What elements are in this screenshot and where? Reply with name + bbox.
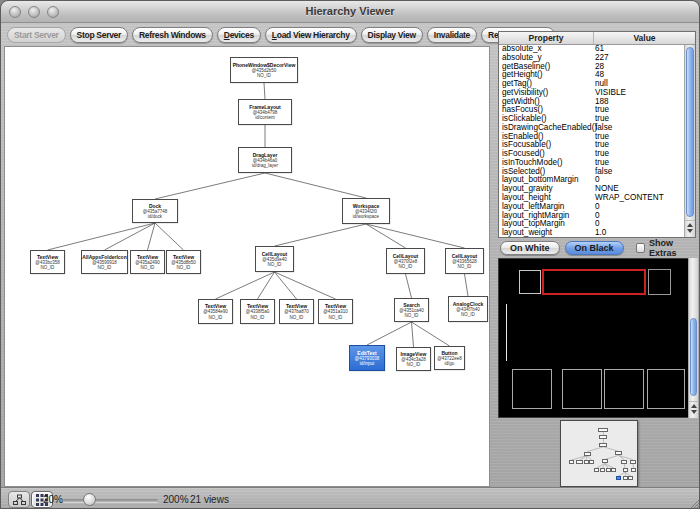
toolbar-button-display-view[interactable]: Display View: [361, 27, 423, 43]
view-outline[interactable]: [647, 369, 685, 409]
scrollbar-thumb[interactable]: [690, 318, 697, 396]
view-outline[interactable]: [648, 269, 671, 295]
node-view-id: id/go: [445, 361, 455, 367]
minimap-node: [623, 476, 628, 480]
property-column-header[interactable]: Property: [499, 32, 594, 44]
property-value: WRAP_CONTENT: [594, 194, 684, 203]
view-count-label: 21 views: [190, 494, 229, 505]
scroll-down-icon[interactable]: [687, 229, 693, 233]
toolbar-button-stop-server[interactable]: Stop Server: [70, 27, 128, 43]
minimap-node: [628, 476, 633, 480]
tree-node-dock[interactable]: Dock@435a7748id/dock: [132, 199, 178, 223]
property-value: false: [594, 168, 684, 177]
scroll-up-icon[interactable]: [687, 223, 693, 227]
value-column-header[interactable]: Value: [594, 32, 695, 44]
node-view-id: NO_ID: [268, 262, 282, 268]
minimap-node: [594, 468, 599, 472]
tree-node-edittext[interactable]: EditText@43793038id/input: [349, 345, 385, 371]
node-view-id: NO_ID: [257, 73, 271, 79]
tree-node-celllayout1[interactable]: CellLayout@435d9e40NO_ID: [255, 246, 294, 272]
minimap-node: [621, 460, 627, 464]
view-outline[interactable]: [604, 369, 644, 409]
tree-node-textview4[interactable]: TextView@43584e90NO_ID: [198, 299, 233, 324]
node-view-id: id/input: [360, 361, 375, 367]
scroll-down-icon[interactable]: [691, 410, 697, 414]
minimap-node: [615, 451, 622, 455]
view-edge-line[interactable]: [506, 304, 507, 361]
tree-minimap[interactable]: [560, 420, 638, 487]
tree-node-celllayout3[interactable]: CellLayout@43365628NO_ID: [445, 248, 484, 274]
scroll-up-icon[interactable]: [691, 404, 697, 408]
view-preview-panel[interactable]: [498, 258, 690, 418]
toolbar-button-invalidate[interactable]: Invalidate: [427, 27, 477, 43]
tree-node-celllayout2[interactable]: CellLayout@4370f2e8NO_ID: [386, 248, 425, 274]
minimap-node: [606, 468, 611, 472]
tree-node-textview1[interactable]: TextView@433bc358NO_ID: [30, 250, 65, 274]
minimap-node: [623, 468, 628, 472]
statusbar: 20% 200% 21 views: [1, 487, 700, 509]
tree-node-textview2[interactable]: TextView@435a2490NO_ID: [130, 250, 165, 274]
tree-node-analogclock[interactable]: AnalogClock@434f7b40NO_ID: [448, 296, 488, 322]
properties-list[interactable]: absolute_x61absolute_y227getBaseline()28…: [499, 45, 684, 237]
node-view-id: NO_ID: [407, 362, 421, 368]
minimap-node: [598, 428, 608, 432]
tree-node-draglayer[interactable]: DragLayer@434b46a0id/drag_layer: [238, 147, 292, 173]
tree-node-search[interactable]: Search@4351ca40NO_ID: [394, 298, 429, 322]
tree-canvas[interactable]: PhoneWindow$DecorView@435d2b50NO_IDFrame…: [4, 46, 490, 487]
minimap-node: [584, 452, 591, 456]
property-row[interactable]: layout_weight1.0: [499, 229, 684, 237]
tree-node-workspace[interactable]: Workspace@4334f2f0id/workspace: [342, 198, 390, 224]
toolbar-button-start-server: Start Server: [7, 27, 66, 43]
node-view-id: id/dock: [148, 214, 162, 220]
minimap-node: [631, 468, 637, 472]
minimap-node: [600, 468, 605, 472]
view-outline[interactable]: [519, 270, 541, 294]
toolbar-button-devices[interactable]: Devices: [217, 27, 261, 43]
node-view-id: NO_ID: [405, 313, 419, 319]
tree-node-button[interactable]: Button@43722ee8id/go: [434, 346, 465, 370]
minimap-node: [569, 460, 574, 464]
node-view-id: id/content: [255, 115, 275, 121]
view-outline[interactable]: [512, 369, 552, 409]
hierarchy-viewer-window: Hierarchy Viewer Start ServerStop Server…: [0, 0, 700, 509]
tree-node-textview7[interactable]: TextView@4351a310NO_ID: [318, 299, 353, 324]
property-value: 0: [594, 203, 684, 212]
show-extras-checkbox[interactable]: [636, 243, 646, 253]
node-view-id: NO_ID: [251, 315, 265, 321]
tree-node-textview3[interactable]: TextView@435d8b50NO_ID: [166, 250, 201, 274]
node-view-id: NO_ID: [98, 265, 112, 271]
toolbar-button-load-view-hierarchy[interactable]: Load View Hierarchy: [265, 27, 357, 43]
minimap-node: [599, 435, 607, 439]
property-value: 28: [594, 63, 684, 72]
property-value: 1.0: [594, 229, 684, 237]
on-black-button[interactable]: On Black: [565, 241, 624, 255]
zoom-slider-thumb[interactable]: [83, 493, 96, 506]
tree-node-allappsfoldericon[interactable]: AllAppsFolderIcon@43599918NO_ID: [81, 250, 128, 274]
on-white-button[interactable]: On White: [500, 241, 560, 255]
show-extras-label: Show Extras: [649, 238, 700, 258]
node-view-id: id/workspace: [353, 214, 379, 220]
properties-header: Property Value: [499, 32, 695, 45]
toolbar-button-refresh-windows[interactable]: Refresh Windows: [132, 27, 213, 43]
node-view-id: NO_ID: [41, 265, 55, 271]
view-outline[interactable]: [562, 369, 602, 409]
properties-scrollbar[interactable]: [684, 45, 695, 237]
selected-view-outline[interactable]: [542, 269, 646, 295]
tree-node-imageview[interactable]: ImageView@434c3a28NO_ID: [396, 347, 431, 371]
property-name: layout_weight: [499, 229, 594, 237]
zoom-slider-track[interactable]: [63, 499, 158, 502]
scrollbar-thumb[interactable]: [686, 47, 694, 217]
tree-node-decorview[interactable]: PhoneWindow$DecorView@435d2b50NO_ID: [230, 57, 298, 83]
tree-node-textview5[interactable]: TextView@4338f5a0NO_ID: [240, 299, 275, 324]
minimap-node: [576, 460, 583, 464]
preview-scrollbar[interactable]: [688, 258, 698, 418]
node-view-id: NO_ID: [141, 265, 155, 271]
resize-grip[interactable]: [688, 497, 700, 509]
tree-node-framelayout[interactable]: FrameLayout@434b4798id/content: [238, 99, 292, 125]
hierarchy-layout-icon: [13, 494, 26, 506]
titlebar[interactable]: Hierarchy Viewer: [1, 1, 699, 23]
hierarchy-layout-button[interactable]: [8, 491, 30, 508]
minimap-node: [589, 460, 594, 464]
tree-node-textview6[interactable]: TextView@437ba870NO_ID: [279, 299, 314, 324]
node-view-id: NO_ID: [209, 315, 223, 321]
